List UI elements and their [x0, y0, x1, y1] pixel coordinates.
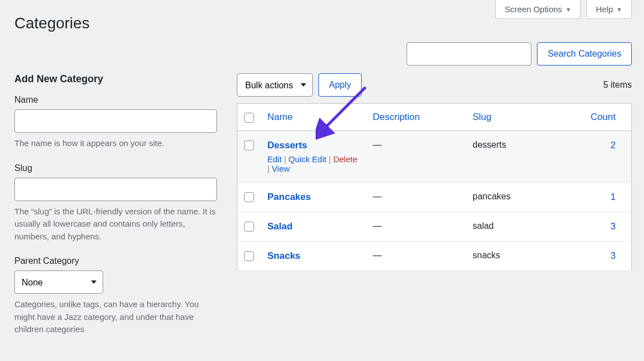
header-checkbox-col: [237, 104, 261, 131]
edit-link[interactable]: Edit: [267, 154, 282, 164]
row-actions: Edit | Quick Edit | Delete | View: [267, 154, 359, 173]
slug-input[interactable]: [14, 178, 217, 201]
parent-label: Parent Category: [14, 256, 217, 266]
category-slug: pancakes: [466, 183, 571, 212]
screen-options-label: Screen Options: [505, 4, 562, 14]
row-checkbox[interactable]: [244, 222, 254, 232]
category-title-link[interactable]: Snacks: [267, 250, 301, 261]
category-description: —: [366, 183, 466, 212]
categories-table: Name Description Slug Count DessertsEdit…: [237, 103, 632, 271]
category-description: —: [366, 131, 466, 183]
apply-button[interactable]: Apply: [318, 73, 362, 97]
category-title-link[interactable]: Desserts: [267, 140, 307, 151]
add-category-form: Add New Category Name The name is how it…: [14, 73, 217, 349]
chevron-down-icon: ▼: [616, 6, 622, 13]
name-label: Name: [14, 95, 217, 105]
tablenav-top: Bulk actions Apply 5 items: [237, 73, 632, 97]
chevron-down-icon: ▼: [565, 6, 571, 13]
category-slug: snacks: [466, 242, 571, 271]
count-link[interactable]: 3: [611, 221, 616, 232]
category-slug: desserts: [466, 131, 571, 183]
count-link[interactable]: 2: [611, 140, 616, 151]
screen-options-tab[interactable]: Screen Options ▼: [495, 0, 581, 19]
row-checkbox[interactable]: [244, 192, 254, 202]
header-name[interactable]: Name: [267, 112, 292, 122]
category-description: —: [366, 212, 466, 242]
slug-help: The “slug” is the URL-friendly version o…: [14, 205, 217, 243]
name-help: The name is how it appears on your site.: [14, 137, 217, 150]
parent-select[interactable]: None: [14, 270, 103, 294]
count-link[interactable]: 1: [611, 192, 616, 202]
category-slug: salad: [466, 212, 571, 242]
help-label: Help: [596, 4, 613, 14]
search-row: Search Categories: [0, 42, 644, 73]
delete-link[interactable]: Delete: [333, 154, 357, 164]
table-row: DessertsEdit | Quick Edit | Delete | Vie…: [237, 131, 632, 183]
search-input[interactable]: [407, 42, 531, 66]
table-row: Snacks—snacks3: [237, 242, 632, 271]
top-right-tabs: Screen Options ▼ Help ▼: [495, 0, 632, 19]
items-count: 5 items: [603, 80, 632, 90]
row-checkbox[interactable]: [244, 141, 254, 151]
name-input[interactable]: [14, 109, 217, 133]
header-slug[interactable]: Slug: [473, 112, 491, 122]
category-title-link[interactable]: Salad: [267, 221, 292, 232]
quick-edit-link[interactable]: Quick Edit: [288, 154, 326, 164]
count-link[interactable]: 3: [611, 250, 616, 261]
header-description[interactable]: Description: [373, 112, 420, 122]
bulk-actions-select[interactable]: Bulk actions: [237, 73, 313, 97]
slug-label: Slug: [14, 163, 217, 173]
table-row: Pancakes—pancakes1: [237, 183, 632, 212]
table-row: Salad—salad3: [237, 212, 632, 242]
help-tab[interactable]: Help ▼: [586, 0, 632, 19]
search-categories-button[interactable]: Search Categories: [537, 42, 632, 66]
form-title: Add New Category: [14, 73, 217, 85]
row-checkbox[interactable]: [244, 251, 254, 261]
category-description: —: [366, 242, 466, 271]
parent-help: Categories, unlike tags, can have a hier…: [14, 298, 217, 336]
category-title-link[interactable]: Pancakes: [267, 192, 311, 202]
view-link[interactable]: View: [272, 164, 290, 173]
select-all-checkbox[interactable]: [244, 113, 254, 123]
header-count[interactable]: Count: [591, 112, 616, 122]
